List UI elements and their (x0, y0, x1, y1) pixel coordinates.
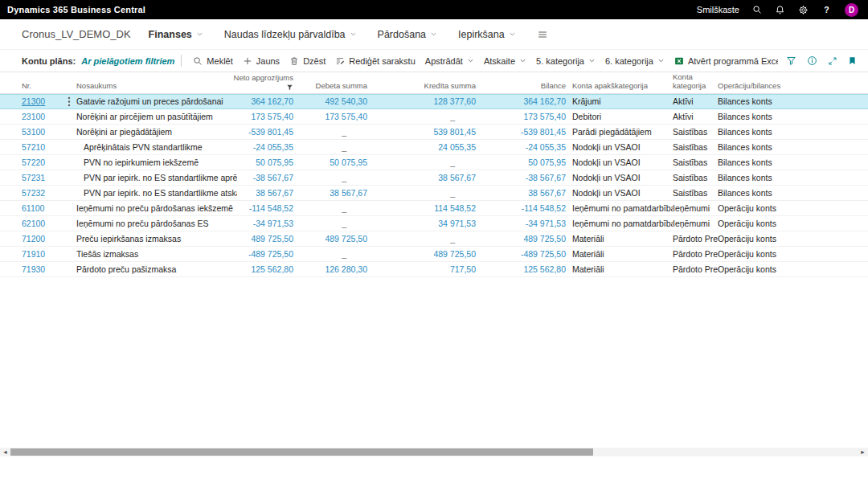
account-row-71930[interactable]: 71930Pārdoto preču pašizmaksa125 562,801… (0, 262, 868, 277)
cell-account-number[interactable]: 23100 (22, 112, 62, 121)
cell-account-number[interactable]: 53100 (22, 127, 62, 137)
toolbar-button-atvērt-programmā-excel[interactable]: Atvērt programmā Excel (669, 56, 778, 66)
cell-row-menu[interactable] (62, 96, 76, 107)
cell-account-category[interactable]: Pārdoto Pre... (673, 249, 718, 259)
cell-account-category[interactable]: Pārdoto Pre... (673, 234, 718, 244)
cell-balance[interactable]: -114 548,52 (482, 203, 572, 213)
cell-balance[interactable]: 489 725,50 (482, 234, 572, 244)
cell-account-name[interactable]: Aprēķinātais PVN standartlikme (76, 142, 237, 152)
settings-button[interactable] (798, 5, 809, 15)
toolbar-button-rediģēt-sarakstu[interactable]: Rediģēt sarakstu (330, 56, 420, 66)
account-number-link[interactable]: 62100 (22, 219, 45, 228)
cell-debit-amount[interactable]: _ (300, 249, 374, 259)
cell-net-change[interactable]: 38 567,67 (237, 188, 300, 198)
cell-credit-amount[interactable]: 128 377,60 (374, 96, 482, 106)
cell-account-subcategory[interactable]: Materiāli (572, 234, 673, 244)
cell-account-name[interactable]: Ieņēmumi no preču pārdošanas iekšzemē (76, 203, 237, 213)
column-header-name[interactable]: Nosaukums (76, 82, 237, 91)
cell-debit-amount[interactable]: 38 567,67 (300, 188, 374, 198)
cell-credit-amount[interactable]: _ (374, 158, 482, 167)
cell-credit-amount[interactable]: 38 567,67 (374, 173, 482, 182)
cell-debit-amount[interactable]: 489 725,50 (300, 234, 374, 244)
cell-balance[interactable]: -34 971,53 (482, 219, 572, 228)
toolbar-button-5-kategorija[interactable]: 5. kategorija (531, 56, 600, 66)
account-row-57232[interactable]: 57232PVN par iepirk. no ES standartlikme… (0, 186, 868, 201)
cell-account-number[interactable]: 57220 (22, 158, 62, 167)
cell-net-change[interactable]: -24 055,35 (237, 142, 300, 152)
nav-item-naudas-līdzekļu-pārvaldība[interactable]: Naudas līdzekļu pārvaldība (224, 29, 357, 40)
account-row-71910[interactable]: 71910Tiešās izmaksas-489 725,50_489 725,… (0, 247, 868, 262)
toolbar-button-dzēst[interactable]: Dzēst (285, 56, 330, 66)
cell-debit-amount[interactable]: 50 075,95 (300, 158, 374, 167)
info-button[interactable] (807, 55, 817, 66)
cell-net-change[interactable]: 364 162,70 (237, 96, 300, 106)
column-header-subcat[interactable]: Konta apakškategorija (572, 82, 673, 91)
nav-item-finanses[interactable]: Finanses (149, 29, 203, 40)
cell-balance[interactable]: -489 725,50 (482, 249, 572, 259)
cell-account-number[interactable]: 71930 (22, 264, 62, 274)
cell-account-name[interactable]: Gatavie ražojumi un preces pārdošanai (76, 96, 237, 106)
cell-account-name[interactable]: PVN no iepirkumiem iekšzemē (76, 158, 237, 167)
cell-account-subcategory[interactable]: Ieņēmumi no pamatdarbības (572, 219, 673, 228)
scroll-thumb[interactable] (10, 448, 593, 456)
cell-balance[interactable]: 38 567,67 (482, 188, 572, 198)
cell-income-balance[interactable]: Operāciju konts (718, 249, 868, 259)
page-title[interactable]: Kontu plāns: (22, 56, 76, 66)
account-number-link[interactable]: 71930 (22, 264, 45, 274)
scroll-track[interactable] (10, 448, 858, 456)
cell-account-number[interactable]: 57232 (22, 188, 62, 198)
cell-income-balance[interactable]: Bilances konts (718, 188, 868, 198)
cell-credit-amount[interactable]: 489 725,50 (374, 249, 482, 259)
cell-account-subcategory[interactable]: Nodokļi un VSAOI (572, 173, 673, 182)
account-row-57220[interactable]: 57220PVN no iepirkumiem iekšzemē50 075,9… (0, 155, 868, 170)
cell-net-change[interactable]: -34 971,53 (237, 219, 300, 228)
cell-account-subcategory[interactable]: Parādi piegādātājiem (572, 127, 673, 137)
account-number-link[interactable]: 61100 (22, 203, 44, 213)
cell-balance[interactable]: 364 162,70 (482, 96, 572, 106)
toolbar-button-atskaite[interactable]: Atskaite (479, 56, 531, 66)
cell-account-name[interactable]: PVN par iepirk. no ES standartlikme atsk… (76, 188, 237, 198)
cell-net-change[interactable]: 489 725,50 (237, 234, 300, 244)
cell-income-balance[interactable]: Bilances konts (718, 112, 868, 121)
account-number-link[interactable]: 53100 (22, 127, 45, 137)
account-number-link[interactable]: 57210 (22, 142, 45, 152)
cell-debit-amount[interactable]: 173 575,40 (300, 112, 374, 121)
cell-income-balance[interactable]: Bilances konts (718, 96, 868, 106)
column-header-nr[interactable]: Nr. (22, 82, 62, 91)
scroll-left-arrow[interactable]: ◄ (0, 449, 10, 455)
column-header-debet[interactable]: Debeta summa (300, 82, 374, 91)
cell-income-balance[interactable]: Operāciju konts (718, 234, 868, 244)
account-row-57231[interactable]: 57231PVN par iepirk. no ES standartlikme… (0, 170, 868, 186)
cell-debit-amount[interactable]: 492 540,30 (300, 96, 374, 106)
column-header-kredit[interactable]: Kredīta summa (374, 82, 482, 91)
expand-button[interactable] (828, 56, 837, 66)
cell-account-subcategory[interactable]: Materiāli (572, 264, 673, 274)
cell-account-number[interactable]: 57231 (22, 173, 62, 182)
cell-net-change[interactable]: 173 575,40 (237, 112, 300, 121)
cell-income-balance[interactable]: Bilances konts (718, 158, 868, 167)
cell-account-subcategory[interactable]: Krājumi (572, 96, 673, 106)
cell-debit-amount[interactable]: 126 280,30 (300, 264, 374, 274)
cell-credit-amount[interactable]: _ (374, 112, 482, 121)
cell-net-change[interactable]: -539 801,45 (237, 127, 300, 137)
account-number-link[interactable]: 57232 (22, 188, 45, 198)
cell-income-balance[interactable]: Bilances konts (718, 173, 868, 182)
column-header-type[interactable]: Operāciju/bilances (718, 82, 868, 91)
cell-account-name[interactable]: Norēķini ar piegādātājiem (76, 127, 237, 137)
cell-account-subcategory[interactable]: Ieņēmumi no pamatdarbības (572, 203, 673, 213)
cell-account-number[interactable]: 21300 (22, 96, 62, 106)
account-number-link[interactable]: 21300 (22, 96, 45, 106)
cell-balance[interactable]: -38 567,67 (482, 173, 572, 182)
toolbar-button-meklēt[interactable]: Meklēt (188, 56, 237, 66)
cell-account-category[interactable]: Saistības (673, 127, 718, 137)
account-row-71200[interactable]: 71200Preču iepirkšanas izmaksas489 725,5… (0, 231, 868, 247)
cell-credit-amount[interactable]: 34 971,53 (374, 219, 482, 228)
more-menu-button[interactable] (537, 29, 548, 40)
cell-net-change[interactable]: 125 562,80 (237, 264, 300, 274)
cell-account-name[interactable]: Tiešās izmaksas (76, 249, 237, 259)
cell-debit-amount[interactable]: _ (300, 173, 374, 182)
cell-account-category[interactable]: Ieņēmumi (673, 203, 718, 213)
cell-balance[interactable]: -24 055,35 (482, 142, 572, 152)
notifications-button[interactable] (775, 5, 785, 15)
account-row-57210[interactable]: 57210Aprēķinātais PVN standartlikme-24 0… (0, 140, 868, 155)
